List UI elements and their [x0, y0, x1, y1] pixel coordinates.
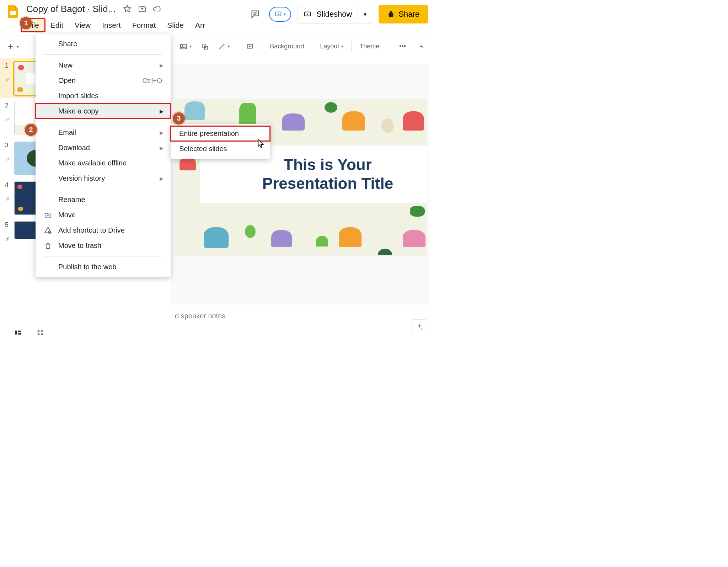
leaf-icon [245, 225, 256, 238]
callout-1: 1 [20, 17, 32, 29]
svg-rect-0 [10, 11, 16, 15]
link-icon [5, 117, 10, 122]
menu-email[interactable]: Email▶ [36, 125, 171, 140]
file-menu-dropdown: Share New▶ OpenCtrl+O Import slides Make… [36, 34, 171, 277]
menu-move-to-trash[interactable]: Move to trash [36, 238, 171, 253]
link-icon [5, 77, 10, 82]
image-tool[interactable]: ▾ [176, 41, 195, 53]
leaf-icon [378, 249, 392, 255]
menu-new[interactable]: New▶ [36, 58, 171, 73]
egg-icon [381, 118, 394, 133]
menu-view[interactable]: View [69, 19, 96, 32]
slide[interactable]: This is Your Presentation Title [175, 99, 427, 255]
layout-button[interactable]: Layout▾ [316, 41, 347, 52]
speaker-notes[interactable]: d speaker notes [171, 307, 429, 325]
cloud-icon[interactable] [153, 5, 161, 13]
menu-offline[interactable]: Make available offline [36, 155, 171, 171]
dino-icon [184, 101, 205, 120]
dino-icon [403, 111, 424, 131]
shape-tool[interactable] [197, 41, 212, 53]
slideshow-button[interactable]: Slideshow [298, 5, 358, 23]
move-icon[interactable] [138, 5, 146, 13]
svg-rect-15 [38, 333, 40, 335]
menu-format[interactable]: Format [127, 19, 162, 32]
menu-share[interactable]: Share [36, 36, 171, 52]
svg-rect-12 [18, 333, 21, 335]
menu-publish[interactable]: Publish to the web [36, 259, 171, 275]
explore-icon[interactable] [412, 319, 427, 335]
plant-icon [410, 206, 425, 217]
share-button[interactable]: Share [379, 5, 428, 23]
svg-rect-14 [41, 330, 43, 332]
collapse-toolbar-icon[interactable] [414, 41, 428, 52]
comment-tool[interactable] [242, 41, 257, 53]
menu-make-a-copy[interactable]: Make a copy▶ [36, 104, 171, 119]
filmstrip-icon[interactable] [14, 329, 22, 337]
callout-2: 2 [25, 124, 37, 136]
menu-rename[interactable]: Rename [36, 192, 171, 207]
slides-logo-icon [6, 4, 20, 18]
line-tool[interactable]: ▾ [214, 41, 234, 53]
menu-insert[interactable]: Insert [96, 19, 127, 32]
menu-move[interactable]: Move [36, 207, 171, 223]
present-icon[interactable]: ▾ [269, 7, 291, 22]
more-tools-icon[interactable]: ••• [396, 41, 410, 52]
dino-icon [403, 230, 425, 247]
callout-3: 3 [173, 112, 185, 124]
ruler [171, 58, 429, 64]
dino-icon [339, 227, 362, 247]
document-title[interactable]: Copy of Bagot · Slid... [24, 3, 118, 15]
svg-rect-11 [18, 331, 21, 333]
grid-icon[interactable] [36, 329, 44, 337]
cursor-icon [257, 139, 265, 149]
dino-icon [342, 111, 365, 131]
menu-slide[interactable]: Slide [161, 19, 189, 32]
leaf-icon [325, 102, 337, 113]
share-label: Share [398, 10, 419, 19]
menu-arrange[interactable]: Arr [189, 19, 211, 32]
svg-rect-16 [41, 333, 43, 335]
theme-button[interactable]: Theme [356, 41, 383, 52]
submenu-selected-slides[interactable]: Selected slides [171, 141, 270, 157]
menu-edit[interactable]: Edit [45, 19, 69, 32]
header: Copy of Bagot · Slid... File Edit View I… [0, 0, 432, 34]
submenu-entire-presentation[interactable]: Entire presentation [171, 126, 270, 141]
menubar: File Edit View Insert Format Slide Arr [21, 19, 209, 32]
svg-rect-10 [15, 331, 17, 335]
slideshow-dropdown[interactable]: ▾ [358, 5, 372, 23]
link-icon [5, 197, 10, 202]
bottom-bar [14, 329, 44, 337]
comments-icon[interactable] [248, 7, 263, 22]
menu-version-history[interactable]: Version history▶ [36, 171, 171, 186]
slide-canvas: This is Your Presentation Title [171, 60, 429, 304]
menu-add-shortcut[interactable]: Add shortcut to Drive [36, 223, 171, 238]
make-copy-submenu: Entire presentation Selected slides [171, 124, 270, 159]
slideshow-label: Slideshow [316, 10, 352, 19]
dino-icon [204, 227, 229, 248]
svg-rect-13 [38, 330, 40, 332]
dino-icon [282, 113, 305, 131]
dino-icon [271, 230, 292, 247]
background-button[interactable]: Background [266, 41, 307, 52]
link-icon [5, 157, 10, 162]
star-icon[interactable] [123, 5, 132, 13]
grass-icon [316, 236, 328, 247]
link-icon [5, 237, 10, 242]
menu-open[interactable]: OpenCtrl+O [36, 73, 171, 88]
menu-import-slides[interactable]: Import slides [36, 88, 171, 104]
menu-download[interactable]: Download▶ [36, 140, 171, 155]
new-slide-button[interactable]: +▾ [4, 39, 22, 54]
